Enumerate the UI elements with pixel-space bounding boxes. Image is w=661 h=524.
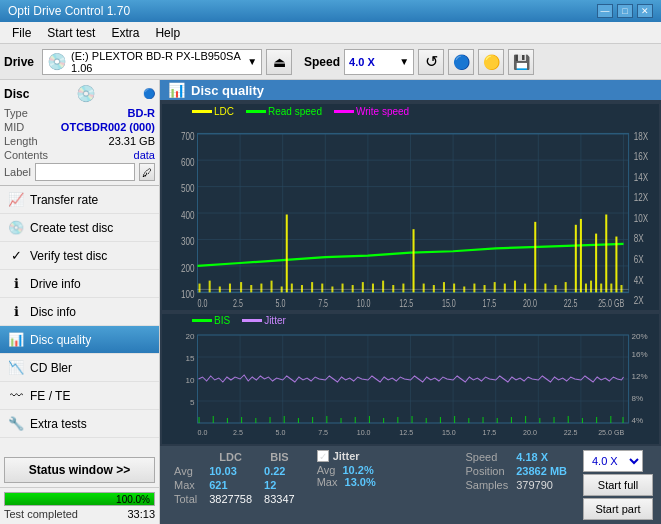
svg-text:200: 200 [181,261,195,274]
drive-selector[interactable]: 💿 (E:) PLEXTOR BD-R PX-LB950SA 1.06 ▼ [42,49,262,75]
menu-extra[interactable]: Extra [103,24,147,42]
maximize-button[interactable]: □ [617,4,633,18]
read-speed-legend-color [246,110,266,113]
contents-label: Contents [4,149,48,161]
stats-area: LDC BIS Avg 10.03 0.22 Max 621 12 Tota [160,446,661,524]
svg-rect-89 [600,284,602,293]
ldc-legend-color [192,110,212,113]
label-input[interactable] [35,163,135,181]
label-label: Label [4,166,31,178]
start-part-button[interactable]: Start part [583,498,653,520]
close-button[interactable]: ✕ [637,4,653,18]
svg-text:12.5: 12.5 [399,298,413,310]
total-bis: 83347 [258,492,301,506]
svg-rect-133 [213,416,214,423]
jitter-checkbox-row: ✓ Jitter [317,450,376,462]
svg-text:25.0 GB: 25.0 GB [598,298,624,310]
svg-rect-86 [585,284,587,293]
svg-rect-66 [392,285,394,292]
status-window-button[interactable]: Status window >> [4,457,155,483]
svg-text:12.5: 12.5 [399,429,413,436]
sidebar-item-fe-te[interactable]: 〰 FE / TE [0,382,159,410]
position-val: 23862 MB [512,464,571,478]
svg-rect-57 [301,285,303,292]
chart-title-bar: 📊 Disc quality [160,80,661,100]
bis-header: BIS [258,450,301,464]
jitter-checkbox[interactable]: ✓ [317,450,329,462]
disc-info-link[interactable]: 🔵 [143,88,155,99]
jitter-legend-color [242,319,262,322]
svg-rect-80 [534,222,536,293]
avg-label: Avg [168,464,203,478]
sidebar-item-drive-info[interactable]: ℹ Drive info [0,270,159,298]
write-speed-legend: Write speed [334,106,409,117]
svg-rect-53 [271,281,273,293]
minimize-button[interactable]: — [597,4,613,18]
sidebar-item-disc-quality[interactable]: 📊 Disc quality [0,326,159,354]
svg-rect-56 [291,284,293,293]
svg-text:400: 400 [181,208,195,221]
verify-test-disc-icon: ✓ [8,248,24,263]
svg-rect-63 [362,282,364,292]
sidebar-item-label-disc-quality: Disc quality [30,333,91,347]
sidebar-item-disc-info[interactable]: ℹ Disc info [0,298,159,326]
svg-text:12%: 12% [632,372,648,381]
svg-rect-141 [326,416,327,423]
sidebar-item-create-test-disc[interactable]: 💿 Create test disc [0,214,159,242]
contents-value: data [134,149,155,161]
sidebar-item-extra-tests[interactable]: 🔧 Extra tests [0,410,159,438]
sidebar-item-transfer-rate[interactable]: 📈 Transfer rate [0,186,159,214]
svg-rect-93 [620,285,622,292]
speed-label: Speed [304,55,340,69]
sidebar-item-label-fe-te: FE / TE [30,389,70,403]
speed-stat-val: 4.18 X [512,450,571,464]
config-button1[interactable]: 🔵 [448,49,474,75]
svg-text:100: 100 [181,288,195,301]
svg-text:12X: 12X [634,191,649,204]
svg-text:10.0: 10.0 [357,298,371,310]
sidebar-item-cd-bler[interactable]: 📉 CD Bler [0,354,159,382]
read-speed-legend-label: Read speed [268,106,322,117]
bis-legend-label: BIS [214,315,230,326]
svg-rect-65 [382,281,384,293]
jitter-legend-label: Jitter [264,315,286,326]
svg-text:15.0: 15.0 [442,429,456,436]
length-value: 23.31 GB [109,135,155,147]
svg-text:500: 500 [181,182,195,195]
svg-rect-132 [199,417,200,423]
svg-rect-77 [504,284,506,293]
speed-dropdown[interactable]: 4.0 X 2.0 X 6.0 X 8.0 X [583,450,643,472]
menu-start-test[interactable]: Start test [39,24,103,42]
sidebar-item-label-drive-info: Drive info [30,277,81,291]
menu-file[interactable]: File [4,24,39,42]
top-chart-legend: LDC Read speed Write speed [162,104,659,119]
svg-rect-82 [555,285,557,292]
speed-stat-label: Speed [461,450,512,464]
refresh-button[interactable]: ↺ [418,49,444,75]
svg-text:20.0: 20.0 [523,298,537,310]
bis-legend-color [192,319,212,322]
svg-rect-155 [525,416,526,423]
svg-rect-134 [227,418,228,423]
svg-rect-79 [524,284,526,293]
window-controls: — □ ✕ [597,4,653,18]
type-label: Type [4,107,28,119]
eject-button[interactable]: ⏏ [266,49,292,75]
svg-rect-139 [298,418,299,423]
start-full-button[interactable]: Start full [583,474,653,496]
svg-rect-75 [484,285,486,292]
sidebar-item-verify-test-disc[interactable]: ✓ Verify test disc [0,242,159,270]
menu-help[interactable]: Help [147,24,188,42]
svg-rect-76 [494,282,496,292]
sidebar-item-label-verify-test-disc: Verify test disc [30,249,107,263]
speed-selector[interactable]: 4.0 X ▼ [344,49,414,75]
save-button[interactable]: 💾 [508,49,534,75]
svg-rect-140 [312,417,313,423]
svg-rect-162 [622,417,623,423]
svg-rect-138 [284,416,285,423]
svg-rect-90 [605,215,607,293]
app-title: Opti Drive Control 1.70 [8,4,130,18]
label-apply-button[interactable]: 🖊 [139,163,155,181]
config-button2[interactable]: 🟡 [478,49,504,75]
cd-bler-icon: 📉 [8,360,24,375]
